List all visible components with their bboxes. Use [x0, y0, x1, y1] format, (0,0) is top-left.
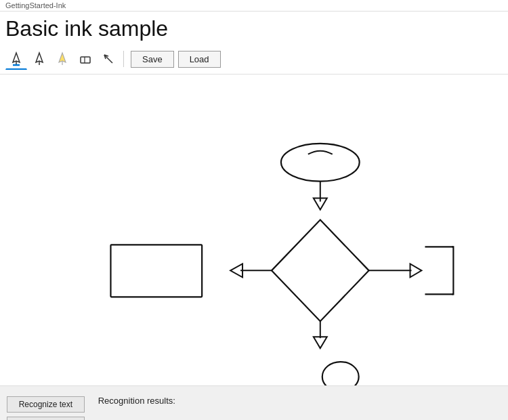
svg-marker-0	[13, 53, 20, 62]
recognize-text-button[interactable]: Recognize text	[7, 396, 85, 413]
pen2-tool-button[interactable]	[28, 48, 50, 70]
ink-drawing	[0, 75, 508, 385]
header: Basic ink sample	[0, 12, 508, 74]
highlighter-tool-button[interactable]	[51, 48, 73, 70]
lasso-tool-button[interactable]	[98, 48, 119, 70]
eraser-icon	[79, 52, 92, 66]
svg-marker-24	[314, 337, 327, 349]
svg-marker-3	[36, 53, 43, 62]
highlighter-icon	[56, 51, 69, 66]
bottom-buttons: Recognize text Recognize shape	[7, 396, 85, 420]
svg-marker-20	[410, 264, 421, 278]
load-button[interactable]: Load	[178, 51, 221, 68]
svg-point-25	[322, 362, 359, 385]
pen2-icon	[33, 51, 46, 66]
recognition-results-label: Recognition results:	[98, 393, 175, 406]
page-title: Basic ink sample	[5, 16, 503, 41]
svg-rect-18	[110, 245, 202, 297]
svg-marker-15	[272, 220, 369, 322]
toolbar-separator	[123, 51, 124, 67]
pen1-icon	[9, 51, 23, 66]
eraser-tool-button[interactable]	[75, 48, 96, 70]
bottom-bar: Recognize text Recognize shape Recogniti…	[0, 385, 508, 420]
ink-canvas[interactable]	[0, 74, 508, 385]
recognize-shape-button[interactable]: Recognize shape	[7, 417, 85, 420]
toolbar: Save Load	[5, 45, 503, 74]
pen1-tool-button[interactable]	[5, 48, 27, 70]
title-bar: GettingStarted-Ink	[0, 0, 508, 12]
svg-marker-5	[59, 53, 66, 62]
save-button[interactable]: Save	[131, 51, 174, 68]
title-bar-text: GettingStarted-Ink	[5, 1, 66, 9]
svg-point-12	[281, 144, 360, 182]
lasso-icon	[102, 52, 115, 66]
svg-rect-7	[81, 57, 90, 63]
